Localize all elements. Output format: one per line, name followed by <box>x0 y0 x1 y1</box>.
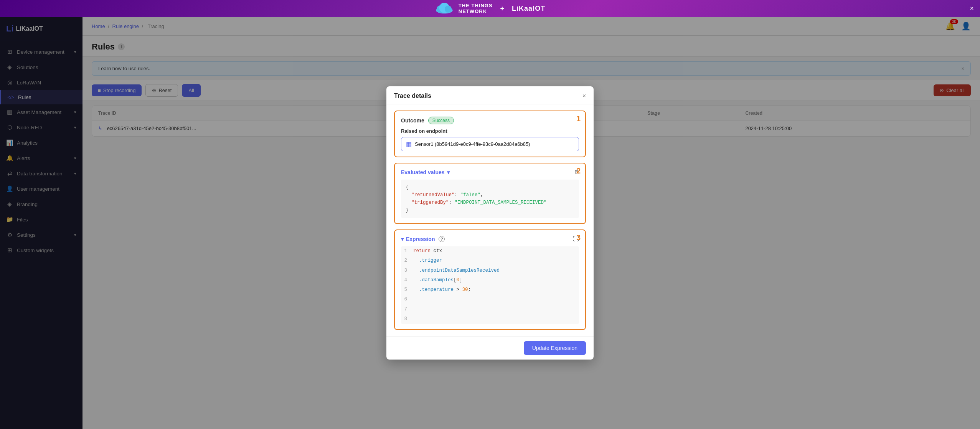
modal-close-button[interactable]: × <box>582 92 586 99</box>
kaa-logo-banner: LiKaaIOT <box>512 5 545 13</box>
modal-footer: Update Expression <box>386 336 594 360</box>
chevron-down-icon: ▾ <box>447 169 450 175</box>
modal-title: Trace details <box>394 92 431 99</box>
endpoint-id: Sensor1 (8b5941d9-e0c9-4ffe-93c9-0aa2d84… <box>415 141 530 147</box>
svg-point-3 <box>445 6 452 13</box>
section-2-header: Evaluated values ▾ ⧉ <box>401 169 579 176</box>
modal-header: Trace details × <box>386 86 594 104</box>
code-line: 1 return ctx <box>401 246 579 256</box>
section-3-number: 3 <box>576 233 581 242</box>
code-line: 2 .trigger <box>401 256 579 266</box>
outcome-row: Outcome Success <box>401 117 579 124</box>
expression-section: 3 ▾ Expression ? ⛶ 1 return ctx 2 <box>394 229 586 330</box>
section-2-number: 2 <box>576 167 581 175</box>
code-line: 4 .dataSamples[0] <box>401 276 579 285</box>
top-banner-logo: THE THINGSNETWORK + LiKaaIOT <box>435 3 545 14</box>
outcome-badge: Success <box>428 117 454 124</box>
code-line: 7 <box>401 305 579 314</box>
endpoint-icon: ▦ <box>406 140 412 148</box>
trace-details-modal: Trace details × 1 Outcome Success Raised… <box>386 86 594 360</box>
expression-title: ▾ Expression ? <box>401 236 445 242</box>
expression-editor: 1 return ctx 2 .trigger 3 .endpointDataS… <box>401 246 579 324</box>
update-expression-button[interactable]: Update Expression <box>524 341 586 355</box>
modal-overlay: Trace details × 1 Outcome Success Raised… <box>0 17 980 429</box>
evaluated-values-code: { "returnedValue": "false", "triggeredBy… <box>401 180 579 218</box>
ttn-cloud-icon <box>435 3 454 14</box>
top-banner: THE THINGSNETWORK + LiKaaIOT × <box>0 0 980 17</box>
section-3-header: ▾ Expression ? ⛶ <box>401 236 579 243</box>
code-line: 5 .temperature > 30; <box>401 285 579 295</box>
evaluated-values-title[interactable]: Evaluated values ▾ <box>401 169 450 175</box>
section-1-number: 1 <box>576 114 581 123</box>
raised-on-label: Raised on endpoint <box>401 128 579 134</box>
modal-body: 1 Outcome Success Raised on endpoint ▦ S… <box>386 104 594 336</box>
code-line: 8 <box>401 314 579 324</box>
collapse-icon: ▾ <box>401 236 404 242</box>
outcome-label: Outcome <box>401 117 424 124</box>
evaluated-values-section: 2 Evaluated values ▾ ⧉ { "returnedValue"… <box>394 163 586 224</box>
outcome-section: 1 Outcome Success Raised on endpoint ▦ S… <box>394 111 586 157</box>
banner-close-button[interactable]: × <box>970 5 974 13</box>
endpoint-box: ▦ Sensor1 (8b5941d9-e0c9-4ffe-93c9-0aa2d… <box>401 137 579 151</box>
ttn-text: THE THINGSNETWORK <box>459 3 493 14</box>
code-line: 3 .endpointDataSamplesReceived <box>401 266 579 276</box>
help-icon[interactable]: ? <box>439 236 445 242</box>
code-line: 6 <box>401 295 579 304</box>
